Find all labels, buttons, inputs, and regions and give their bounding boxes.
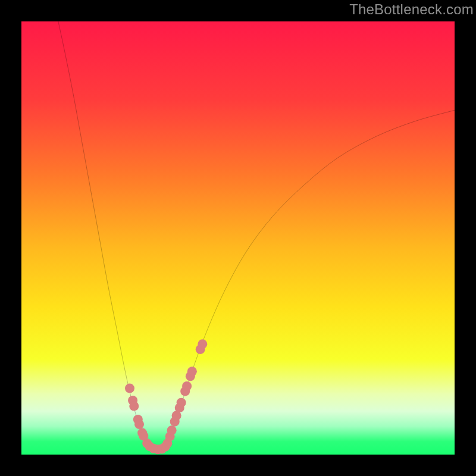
gradient-background bbox=[21, 21, 455, 455]
data-marker bbox=[167, 425, 177, 435]
data-marker bbox=[182, 381, 192, 391]
watermark-text: TheBottleneck.com bbox=[349, 1, 474, 18]
data-marker bbox=[129, 401, 139, 411]
plot-area bbox=[21, 21, 455, 455]
data-marker bbox=[134, 419, 144, 429]
figure-frame: TheBottleneck.com bbox=[0, 0, 476, 476]
data-marker bbox=[187, 367, 197, 376]
data-marker bbox=[198, 339, 207, 349]
data-marker bbox=[177, 398, 186, 408]
data-marker bbox=[125, 384, 134, 393]
